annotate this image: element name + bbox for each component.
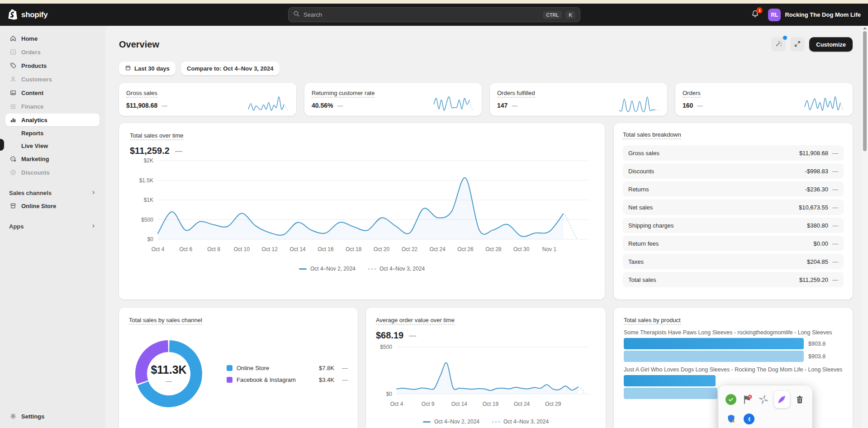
sidebar-item-home[interactable]: Home — [5, 32, 100, 45]
average-order-value-line-chart[interactable]: $500$0Oct 4Oct 9Oct 14Oct 19Oct 24Oct 29 — [376, 341, 596, 415]
sidebar-item-settings[interactable]: Settings — [5, 410, 100, 423]
breakdown-row-net-sales[interactable]: Net sales$10,673.55— — [623, 200, 844, 215]
sparkline-chart — [432, 95, 475, 112]
sidebar-section-sales-channels[interactable]: Sales channels — [5, 187, 100, 199]
sidebar-item-content[interactable]: Content — [5, 86, 100, 99]
bank-icon — [9, 103, 17, 110]
svg-text:Oct 4: Oct 4 — [390, 401, 403, 407]
svg-text:Oct 30: Oct 30 — [513, 246, 530, 252]
breakdown-row-total-sales[interactable]: Total sales$11,259.20— — [623, 272, 844, 287]
store-account-menu[interactable]: RL Rocking The Dog Mom Life — [768, 9, 861, 21]
approved-check-icon[interactable] — [725, 393, 737, 406]
chart-title[interactable]: Total sales by product — [624, 317, 681, 325]
global-search-input[interactable]: Search CTRL K — [288, 7, 580, 22]
avatar: RL — [768, 9, 781, 21]
notifications-button[interactable]: 1 — [749, 9, 761, 21]
svg-text:Oct 19: Oct 19 — [483, 401, 499, 407]
metric-card-orders-fulfilled[interactable]: Orders fulfilled 147— — [490, 83, 667, 116]
svg-text:Nov 1: Nov 1 — [542, 246, 557, 252]
breakdown-row-shipping-charges[interactable]: Shipping charges$380.80— — [623, 218, 844, 233]
window-edge-tab[interactable] — [0, 139, 4, 151]
svg-text:Oct 4: Oct 4 — [152, 246, 165, 252]
shopify-wordmark: shopify — [21, 10, 47, 19]
metric-value: $11,908.68 — [126, 102, 157, 109]
no-change-dash: — — [409, 332, 416, 340]
home-icon — [9, 35, 17, 43]
product-label: Some Therapists Have Paws Long Sleeves -… — [624, 329, 843, 336]
svg-text:$1.5K: $1.5K — [139, 177, 153, 184]
breakdown-row-gross-sales[interactable]: Gross sales$11,908.68— — [623, 145, 844, 161]
topbar: shopify Search CTRL K 1 RL Rocking The D… — [0, 4, 868, 26]
metric-label[interactable]: Returning customer rate — [312, 90, 375, 98]
sidebar-item-live-view[interactable]: Live View — [5, 140, 100, 152]
grey-knot-icon[interactable] — [758, 393, 770, 406]
sidebar-item-customers: Customers — [5, 73, 100, 86]
scrollbar-thumb[interactable] — [863, 31, 867, 151]
sidebar-item-products[interactable]: Products — [5, 59, 100, 72]
legend-current-period: Oct 4–Nov 2, 2024 — [299, 266, 356, 272]
metric-label[interactable]: Orders — [683, 90, 701, 98]
customize-button[interactable]: Customize — [809, 37, 853, 52]
svg-text:Oct 8: Oct 8 — [207, 246, 220, 252]
breakdown-row-returns[interactable]: Returns-$236.30— — [623, 181, 844, 197]
scroll-up-arrow-icon[interactable] — [863, 27, 867, 29]
shopify-bag-icon — [7, 9, 19, 21]
product-bar-group: Some Therapists Have Paws Long Sleeves -… — [624, 329, 843, 362]
no-change-dash: — — [512, 102, 517, 109]
total-sales-line-chart[interactable]: $2K$1.5K$1K$500$0Oct 4Oct 6Oct 8Oct 10Oc… — [130, 156, 594, 262]
channel-legend-facebook-instagram: Facebook & Instagram $3.4K — — [227, 376, 348, 383]
sidebar-section-apps[interactable]: Apps — [5, 220, 100, 232]
expand-fullscreen-button[interactable] — [790, 37, 805, 52]
legend-previous-period: Oct 4–Nov 3, 2024 — [368, 266, 425, 272]
sidebar-item-reports[interactable]: Reports — [5, 127, 100, 139]
metric-cards-row: Gross sales $11,908.68— Returning custom… — [119, 83, 853, 116]
metric-label[interactable]: Gross sales — [126, 90, 157, 98]
breakdown-row-discounts[interactable]: Discounts-$998.83— — [623, 163, 844, 179]
orders-icon — [9, 48, 17, 56]
no-change-dash: — — [166, 377, 172, 385]
page-scrollbar[interactable] — [862, 26, 868, 428]
bluetooth-icon[interactable] — [742, 412, 756, 426]
chart-title[interactable]: Total sales by sales channel — [129, 317, 202, 325]
shopify-logo[interactable]: shopify — [7, 9, 47, 21]
product-bar-previous[interactable]: $903.8 — [624, 351, 843, 362]
compare-to-filter[interactable]: Compare to: Oct 4–Nov 3, 2024 — [181, 62, 279, 76]
breakdown-row-taxes[interactable]: Taxes$204.85— — [623, 254, 844, 269]
chart-title[interactable]: Total sales over time — [130, 132, 184, 140]
shield-warning-icon[interactable] — [725, 412, 738, 426]
legend-previous-period: Oct 4–Nov 3, 2024 — [492, 418, 549, 425]
metric-card-orders[interactable]: Orders 160— — [675, 83, 853, 116]
svg-text:$0: $0 — [386, 391, 393, 397]
donut-center-value: $11.3K — [151, 363, 186, 376]
metric-card-gross-sales[interactable]: Gross sales $11,908.68— — [119, 83, 296, 116]
metric-label[interactable]: Orders fulfilled — [497, 90, 535, 98]
gear-icon — [9, 413, 17, 420]
notification-badge: 1 — [756, 7, 763, 14]
date-range-filter[interactable]: Last 30 days — [119, 62, 175, 76]
product-bar-current[interactable] — [624, 375, 843, 386]
chevron-right-icon — [91, 190, 96, 196]
metric-value: 40.56% — [312, 102, 333, 109]
channel-legend-online-store: Online Store $7.8K — — [227, 365, 348, 371]
total-sales-over-time-card: Total sales over time $11,259.2— $2K$1.5… — [119, 123, 605, 300]
purple-feather-icon[interactable] — [774, 391, 790, 408]
breakdown-row-return-fees[interactable]: Return fees$0.00— — [623, 236, 844, 251]
metric-card-returning-customer-rate[interactable]: Returning customer rate 40.56%— — [304, 83, 482, 116]
sidebar-item-analytics[interactable]: Analytics — [5, 114, 100, 126]
media-icon — [9, 89, 17, 97]
chart-title[interactable]: Total sales breakdown — [623, 131, 681, 139]
page-title: Overview — [119, 39, 159, 50]
product-bar-current[interactable]: $903.8 — [624, 338, 843, 349]
trash-can-icon[interactable] — [794, 393, 806, 406]
chart-title[interactable]: Average order value over time — [376, 317, 455, 325]
sidebar-item-marketing[interactable]: Marketing — [5, 152, 100, 165]
flag-with-error-badge-icon[interactable] — [741, 393, 753, 406]
sales-channel-donut-chart[interactable]: $11.3K — — [129, 334, 209, 414]
svg-text:Oct 18: Oct 18 — [346, 246, 362, 252]
sparkline-chart — [803, 95, 846, 112]
sidebar-item-discounts: Discounts — [5, 166, 100, 179]
sidebar-item-online-store[interactable]: Online Store — [5, 200, 100, 212]
ai-assistant-button[interactable] — [771, 37, 786, 52]
svg-text:Oct 22: Oct 22 — [402, 246, 418, 252]
search-icon — [293, 10, 300, 19]
